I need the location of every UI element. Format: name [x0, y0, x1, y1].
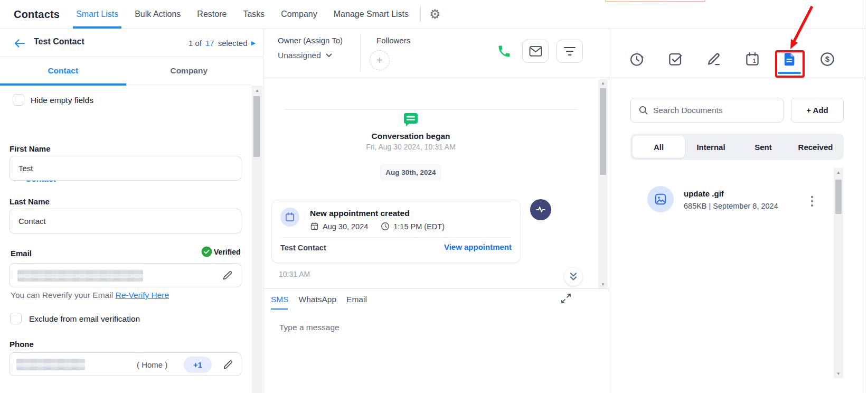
email-label: Email — [11, 249, 32, 258]
phone-label: Phone — [10, 340, 34, 349]
message-composer: SMS WhatsApp Email — [263, 288, 609, 393]
tab-bulk-actions[interactable]: Bulk Actions — [135, 0, 181, 29]
reverify-helper: You can Reverify your Email Re-Verify He… — [11, 291, 169, 300]
tasks-icon[interactable] — [666, 50, 684, 68]
conversation-header: Owner (Assign To) Unassigned Followers + — [263, 29, 609, 78]
contact-panel-scrollbar[interactable]: ▲ — [252, 86, 262, 393]
filter-button[interactable] — [556, 40, 583, 63]
scroll-up-icon[interactable]: ▲ — [252, 88, 262, 93]
document-name: update .gif — [684, 189, 724, 198]
last-name-input[interactable] — [10, 209, 241, 233]
filter-tab-all[interactable]: All — [633, 136, 685, 158]
back-arrow-icon[interactable] — [13, 36, 26, 50]
phone-extra-badge[interactable]: +1 — [184, 357, 212, 373]
first-name-input[interactable] — [10, 156, 241, 181]
tab-smart-lists[interactable]: Smart Lists — [76, 0, 118, 29]
chevron-down-icon — [326, 53, 332, 58]
payments-icon[interactable]: $ — [818, 50, 836, 68]
tab-sms[interactable]: SMS — [271, 295, 289, 310]
documents-panel: 1 $ + Add All Internal Sent Received — [609, 29, 865, 393]
contact-company-tabs: Contact Company — [0, 57, 252, 85]
image-icon — [654, 192, 667, 206]
scroll-up-icon[interactable]: ▲ — [598, 81, 608, 86]
documents-icon[interactable] — [780, 50, 798, 68]
contact-header: Test Contact 1 of 17 selected ▶ — [0, 29, 263, 57]
tab-tasks[interactable]: Tasks — [243, 0, 265, 29]
message-input[interactable] — [279, 320, 575, 335]
exclude-verification-label: Exclude from email verification — [29, 314, 140, 324]
app-title: Contacts — [14, 8, 60, 21]
owner-label: Owner (Assign To) — [278, 36, 343, 45]
contact-name-title: Test Contact — [34, 37, 84, 46]
documents-scrollbar[interactable]: ▲ ▼ — [834, 168, 843, 378]
scrollbar-thumb[interactable] — [835, 180, 842, 214]
svg-text:1: 1 — [314, 226, 315, 229]
hide-empty-fields-checkbox[interactable] — [13, 94, 24, 106]
email-field[interactable] — [10, 263, 241, 287]
header-divider — [360, 33, 361, 71]
phone-edit-icon[interactable] — [222, 359, 234, 370]
composer-tabs: SMS WhatsApp Email — [271, 295, 367, 310]
email-edit-icon[interactable] — [222, 269, 233, 281]
document-menu-icon[interactable] — [808, 193, 816, 210]
documents-search-input[interactable] — [653, 106, 776, 115]
first-name-label: First Name — [10, 144, 51, 153]
reverify-text: You can Reverify your Email — [11, 291, 113, 300]
tab-email[interactable]: Email — [346, 295, 367, 310]
svg-text:1: 1 — [753, 58, 756, 64]
scroll-down-icon[interactable]: ▼ — [598, 282, 608, 287]
conversation-began-time: Fri, Aug 30 2024, 10:31 AM — [263, 143, 558, 151]
conversation-top-divider — [285, 109, 578, 110]
scroll-to-bottom-button[interactable] — [564, 268, 582, 286]
pager-next-icon[interactable]: ▶ — [251, 40, 256, 46]
date-chip: Aug 30th, 2024 — [380, 164, 441, 180]
conversation-panel: Owner (Assign To) Unassigned Followers + — [263, 29, 609, 393]
owner-dropdown[interactable]: Unassigned — [278, 51, 332, 60]
verified-label: Verified — [214, 248, 241, 256]
tab-whatsapp[interactable]: WhatsApp — [299, 295, 337, 310]
tab-company[interactable]: Company — [281, 0, 317, 29]
document-type-badge — [647, 186, 674, 212]
phone-field[interactable]: ( Home ) +1 — [10, 352, 241, 376]
documents-filter-tabs: All Internal Sent Received — [630, 134, 844, 160]
view-appointment-link[interactable]: View appointment — [444, 242, 512, 251]
collapse-composer-icon[interactable] — [561, 293, 572, 305]
appointment-icon-badge — [280, 208, 299, 227]
check-circle-icon — [201, 246, 212, 257]
filter-tab-received[interactable]: Received — [789, 136, 842, 158]
nav-divider — [420, 6, 421, 22]
scrollbar-thumb[interactable] — [600, 88, 606, 175]
filter-tab-internal[interactable]: Internal — [685, 136, 737, 158]
documents-search[interactable] — [630, 98, 784, 123]
appointment-card: New appointment created 1 Aug 30, 2024 1… — [271, 200, 521, 263]
add-document-button[interactable]: + Add — [791, 98, 844, 123]
pager-count: 17 — [205, 39, 214, 48]
card-divider — [280, 237, 512, 238]
tab-company[interactable]: Company — [126, 57, 252, 85]
appointment-title: New appointment created — [310, 209, 410, 218]
call-button[interactable] — [495, 42, 514, 61]
exclude-verification-checkbox[interactable] — [10, 313, 22, 324]
activity-history-icon[interactable] — [628, 50, 646, 68]
conversation-scrollbar[interactable]: ▲ ▼ — [598, 79, 608, 288]
notes-icon[interactable] — [705, 50, 723, 68]
tab-manage-smart-lists[interactable]: Manage Smart Lists — [334, 0, 409, 29]
reverify-link[interactable]: Re-Verify Here — [115, 291, 169, 300]
filter-tab-sent[interactable]: Sent — [737, 136, 789, 158]
message-timestamp: 10:31 AM — [279, 270, 310, 278]
hide-empty-fields-label: Hide empty fields — [31, 96, 93, 105]
scrollbar-thumb[interactable] — [253, 96, 260, 157]
gear-icon[interactable]: ⚙ — [429, 8, 441, 21]
followers-label: Followers — [376, 36, 410, 45]
scroll-down-icon[interactable]: ▼ — [834, 371, 843, 376]
scroll-up-icon[interactable]: ▲ — [834, 170, 843, 175]
window-edge — [865, 0, 865, 393]
contact-pager: 1 of 17 selected ▶ — [188, 39, 256, 48]
pulse-icon — [535, 204, 546, 216]
appointments-icon[interactable]: 1 — [743, 50, 761, 68]
add-follower-button[interactable]: + — [370, 50, 390, 70]
tab-restore[interactable]: Restore — [197, 0, 227, 29]
document-list-item[interactable]: update .gif 685KB | September 8, 2024 — [637, 182, 823, 219]
email-action-button[interactable] — [522, 40, 549, 63]
tab-contact[interactable]: Contact — [0, 57, 126, 85]
